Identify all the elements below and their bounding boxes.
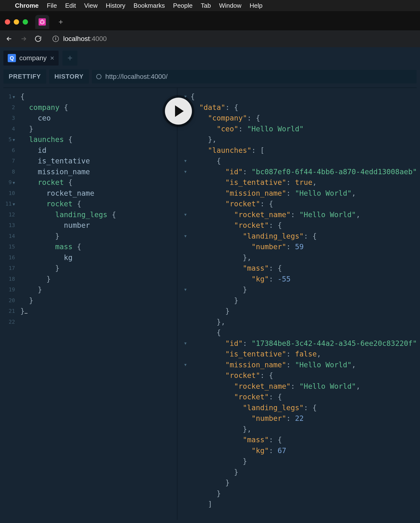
line-number: 15 (5, 242, 15, 252)
fold-icon[interactable]: ▼ (184, 338, 187, 349)
result-gutter-row (177, 220, 189, 231)
query-code[interactable]: { company { ceo } launches { id is_tenta… (17, 88, 116, 327)
result-gutter-row (177, 434, 189, 445)
site-info-icon[interactable] (53, 36, 59, 42)
result-gutter-row (177, 145, 189, 156)
menu-bookmarks[interactable]: Bookmarks (134, 2, 165, 9)
json-line: "data": { (190, 102, 417, 113)
line-number: 6 (5, 145, 15, 156)
json-line: "rocket_name": "Hello World", (190, 381, 417, 392)
window-controls (5, 19, 28, 25)
line-number: 7 (5, 156, 15, 167)
code-line[interactable]: ceo (20, 113, 116, 124)
fold-icon[interactable]: ▼ (13, 202, 15, 206)
menu-tab[interactable]: Tab (201, 2, 211, 9)
add-document-tab-button[interactable]: + (62, 51, 77, 65)
line-number: 14 (5, 231, 15, 242)
reload-button[interactable] (33, 34, 43, 44)
fold-icon[interactable]: ▼ (184, 284, 187, 295)
result-gutter-row (177, 242, 189, 252)
json-line: }, (190, 424, 417, 435)
query-editor[interactable]: 1▼2345▼6789▼1011▼1213141516171819202122 … (3, 88, 177, 520)
result-gutter-row (177, 467, 189, 478)
result-gutter-row (177, 499, 189, 510)
browser-tab-active[interactable] (35, 15, 49, 29)
fold-icon[interactable]: ▼ (184, 231, 187, 242)
code-line[interactable]: id (20, 145, 116, 156)
code-line[interactable]: number (20, 220, 116, 231)
new-tab-button[interactable]: + (56, 17, 66, 27)
result-gutter-row (177, 252, 189, 263)
line-number: 9▼ (5, 177, 15, 188)
json-line: "id": "17384be8-3c42-44a2-a345-6ee20c832… (190, 338, 417, 349)
json-line: } (190, 467, 417, 478)
line-number: 18 (5, 274, 15, 285)
endpoint-input[interactable]: http://localhost:4000/ (92, 70, 417, 83)
code-line[interactable]: } (20, 274, 116, 285)
code-line[interactable]: rocket { (20, 177, 116, 188)
json-line: } (190, 456, 417, 467)
line-number: 1▼ (5, 91, 15, 102)
line-number: 2 (5, 102, 15, 113)
prettify-button[interactable]: PRETTIFY (3, 69, 46, 84)
menu-edit[interactable]: Edit (65, 2, 76, 9)
result-gutter-row: ▼ (177, 167, 189, 177)
execute-button[interactable] (165, 98, 192, 125)
json-line: "kg": -55 (190, 274, 417, 285)
code-line[interactable]: launches { (20, 134, 116, 145)
code-line[interactable]: landing_legs { (20, 209, 116, 220)
line-number: 16 (5, 252, 15, 263)
code-line[interactable]: mass { (20, 242, 116, 252)
code-line[interactable]: } (20, 295, 116, 306)
menu-people[interactable]: People (173, 2, 193, 9)
code-line[interactable]: } (20, 263, 116, 274)
back-button[interactable] (4, 34, 14, 44)
code-line[interactable]: } (20, 124, 116, 134)
result-pane: ▼▼▼▼▼▼▼▼▼ { "data": { "company": { "ceo"… (177, 88, 417, 520)
menu-file[interactable]: File (47, 2, 57, 9)
code-line[interactable]: } (20, 231, 116, 242)
history-button[interactable]: HISTORY (49, 69, 89, 84)
code-line[interactable]: { (20, 91, 116, 102)
address-bar[interactable]: localhost:4000 (48, 33, 416, 45)
json-line: }, (190, 317, 417, 327)
fold-icon[interactable]: ▼ (184, 209, 187, 220)
fold-icon[interactable]: ▼ (184, 167, 187, 177)
json-line: "landing_legs": { (190, 231, 417, 242)
fold-icon[interactable]: ▼ (184, 156, 187, 167)
result-gutter-row (177, 274, 189, 285)
fold-icon[interactable]: ▼ (13, 138, 15, 142)
code-line[interactable]: rocket_name (20, 188, 116, 199)
result-json[interactable]: { "data": { "company": { "ceo": "Hello W… (189, 88, 417, 510)
result-gutter-row (177, 199, 189, 209)
query-badge-icon: Q (8, 54, 16, 62)
json-line: "ceo": "Hello World" (190, 124, 417, 134)
menu-window[interactable]: Window (219, 2, 241, 9)
menu-history[interactable]: History (106, 2, 125, 9)
fold-icon[interactable]: ▼ (13, 95, 15, 99)
document-tab-company[interactable]: Q company × (3, 51, 58, 65)
close-window-button[interactable] (5, 19, 10, 25)
json-line: "is_tentative": false, (190, 349, 417, 360)
forward-button[interactable] (19, 34, 28, 44)
menu-app-name[interactable]: Chrome (15, 2, 39, 9)
code-line[interactable]: } (20, 306, 116, 317)
code-line[interactable]: is_tentative (20, 156, 116, 167)
result-gutter-row: ▼ (177, 231, 189, 242)
graphql-icon (39, 18, 46, 25)
code-line[interactable]: } (20, 284, 116, 295)
close-tab-button[interactable]: × (50, 54, 55, 62)
menu-help[interactable]: Help (249, 2, 262, 9)
minimize-window-button[interactable] (14, 19, 19, 25)
menu-view[interactable]: View (84, 2, 98, 9)
code-line[interactable]: kg (20, 252, 116, 263)
code-line[interactable]: rocket { (20, 199, 116, 209)
json-line: "rocket_name": "Hello World", (190, 209, 417, 220)
json-line: "rocket": { (190, 370, 417, 381)
maximize-window-button[interactable] (23, 19, 28, 25)
json-line: }, (190, 134, 417, 145)
code-line[interactable]: mission_name (20, 167, 116, 177)
fold-icon[interactable]: ▼ (13, 180, 15, 185)
fold-icon[interactable]: ▼ (184, 360, 187, 370)
code-line[interactable]: company { (20, 102, 116, 113)
